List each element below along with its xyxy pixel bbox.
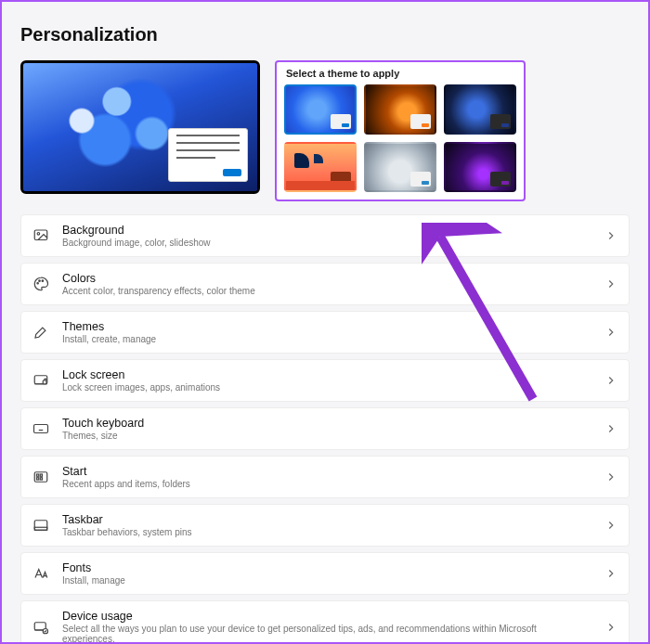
settings-row-subtitle: Themes, size (62, 431, 592, 441)
theme-tile-accent (422, 181, 429, 185)
theme-tile-mini (410, 114, 431, 129)
theme-tile-accent (342, 181, 349, 185)
chevron-right-icon (604, 229, 618, 242)
theme-tile-accent (422, 123, 429, 127)
settings-row-text: FontsInstall, manage (62, 561, 592, 586)
chevron-right-icon (604, 277, 618, 290)
theme-tile-3[interactable] (284, 142, 357, 192)
settings-row-title: Background (62, 224, 592, 237)
settings-row-subtitle: Install, create, manage (62, 334, 592, 344)
settings-row-subtitle: Taskbar behaviors, system pins (62, 527, 592, 537)
settings-row-text: ThemesInstall, create, manage (62, 320, 592, 344)
settings-row-title: Taskbar (62, 513, 592, 526)
theme-tile-1[interactable] (364, 84, 436, 135)
svg-rect-13 (34, 521, 47, 531)
settings-row-title: Touch keyboard (62, 417, 592, 430)
themes-panel: Select a theme to apply (275, 60, 526, 201)
settings-row-themes[interactable]: ThemesInstall, create, manage (20, 311, 630, 354)
image-icon (32, 227, 49, 244)
theme-tile-accent (342, 123, 349, 127)
themes-grid (284, 84, 516, 192)
lock-icon (32, 372, 49, 389)
svg-rect-6 (43, 380, 46, 384)
settings-row-text: BackgroundBackground image, color, slide… (62, 224, 592, 248)
svg-point-3 (39, 280, 41, 282)
svg-rect-10 (40, 474, 42, 476)
settings-row-title: Start (62, 465, 592, 478)
preview-window-accent (223, 169, 241, 176)
settings-row-title: Device usage (62, 610, 592, 623)
settings-row-lock-screen[interactable]: Lock screenLock screen images, apps, ani… (20, 359, 630, 402)
desktop-preview (20, 60, 260, 194)
taskbar-icon (32, 517, 49, 534)
settings-row-colors[interactable]: ColorsAccent color, transparency effects… (20, 263, 630, 305)
page-title: Personalization (20, 24, 630, 45)
settings-row-text: Lock screenLock screen images, apps, ani… (62, 368, 592, 393)
settings-row-title: Fonts (62, 561, 592, 574)
svg-rect-12 (40, 478, 42, 480)
svg-rect-7 (34, 425, 48, 433)
settings-row-subtitle: Recent apps and items, folders (62, 479, 592, 489)
settings-row-text: StartRecent apps and items, folders (62, 465, 592, 489)
preview-window (168, 128, 248, 182)
settings-row-text: ColorsAccent color, transparency effects… (62, 272, 592, 296)
settings-row-subtitle: Background image, color, slideshow (62, 238, 592, 248)
theme-tile-5[interactable] (444, 142, 516, 192)
theme-tile-mini (490, 114, 511, 129)
chevron-right-icon (604, 374, 618, 387)
settings-row-fonts[interactable]: FontsInstall, manage (20, 552, 630, 595)
settings-row-text: Device usageSelect all the ways you plan… (62, 610, 592, 644)
brush-icon (32, 324, 49, 341)
themes-label: Select a theme to apply (286, 68, 516, 79)
settings-row-subtitle: Accent color, transparency effects, colo… (62, 286, 592, 296)
theme-tile-mini (490, 172, 511, 187)
settings-row-subtitle: Install, manage (62, 575, 592, 586)
chevron-right-icon (604, 326, 618, 339)
chevron-right-icon (604, 519, 618, 532)
chevron-right-icon (604, 470, 618, 483)
settings-row-title: Lock screen (62, 368, 592, 381)
settings-row-start[interactable]: StartRecent apps and items, folders (20, 456, 630, 498)
settings-row-title: Themes (62, 320, 592, 333)
chevron-right-icon (604, 567, 618, 580)
settings-row-background[interactable]: BackgroundBackground image, color, slide… (20, 214, 630, 257)
theme-tile-mini (331, 114, 351, 129)
svg-point-1 (37, 232, 40, 235)
keyboard-icon (32, 420, 49, 437)
svg-rect-14 (34, 527, 47, 530)
device-icon (32, 619, 49, 636)
settings-row-device-usage[interactable]: Device usageSelect all the ways you plan… (20, 600, 630, 644)
chevron-right-icon (604, 621, 618, 634)
start-icon (32, 469, 49, 485)
settings-row-subtitle: Select all the ways you plan to use your… (62, 624, 592, 644)
palette-icon (32, 276, 49, 292)
svg-rect-8 (34, 472, 47, 483)
theme-tile-0[interactable] (284, 84, 357, 135)
settings-row-taskbar[interactable]: TaskbarTaskbar behaviors, system pins (20, 504, 630, 547)
fonts-icon (32, 565, 49, 582)
settings-row-subtitle: Lock screen images, apps, animations (62, 382, 592, 393)
theme-tile-4[interactable] (364, 142, 436, 192)
theme-tile-accent (501, 123, 509, 127)
theme-tile-2[interactable] (444, 84, 516, 135)
svg-point-2 (37, 283, 39, 285)
svg-point-4 (42, 280, 44, 282)
settings-row-touch-keyboard[interactable]: Touch keyboardThemes, size (20, 407, 630, 450)
svg-rect-9 (37, 474, 39, 476)
settings-row-title: Colors (62, 272, 592, 285)
chevron-right-icon (604, 422, 618, 435)
settings-row-text: TaskbarTaskbar behaviors, system pins (62, 513, 592, 537)
svg-rect-11 (37, 478, 39, 480)
svg-rect-0 (34, 230, 47, 240)
settings-list: BackgroundBackground image, color, slide… (20, 214, 630, 644)
theme-tile-accent (501, 181, 509, 185)
theme-tile-mini (410, 172, 431, 187)
settings-row-text: Touch keyboardThemes, size (62, 417, 592, 441)
theme-tile-mini (331, 172, 351, 187)
